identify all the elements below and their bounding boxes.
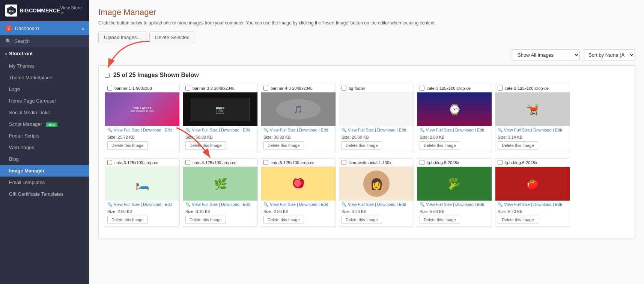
magnify-icon-10: 🔍: [342, 202, 347, 207]
show-all-images-select[interactable]: Show All Images Show Uploaded Images Sho…: [512, 49, 580, 61]
images-grid: 25 of 25 Images Shown Below banner-1-1-9…: [98, 65, 635, 239]
image-8-edit[interactable]: Edit: [243, 202, 250, 207]
image-9-edit[interactable]: Edit: [321, 202, 328, 207]
image-3-view-full[interactable]: View Full Size: [270, 128, 296, 132]
image-4-edit[interactable]: Edit: [399, 128, 406, 132]
image-card-6-header: cate-2-125x100-crop-ce: [495, 84, 570, 92]
image-11-delete-button[interactable]: Delete this Image: [420, 216, 460, 224]
image-5-edit[interactable]: Edit: [477, 128, 484, 132]
image-6-edit[interactable]: Edit: [555, 128, 562, 132]
select-all-checkbox[interactable]: [105, 73, 110, 78]
sidebar-item-theme-marketplace[interactable]: Theme Marketplace: [0, 72, 89, 83]
image-10-download[interactable]: Download: [377, 202, 396, 207]
sidebar-item-logo[interactable]: Logo: [0, 83, 89, 95]
image-6-view-full[interactable]: View Full Size: [504, 128, 530, 132]
magnify-icon-12: 🔍: [498, 202, 503, 207]
sidebar-item-social-media-links[interactable]: Social Media Links: [0, 107, 89, 118]
image-7-download[interactable]: Download: [143, 202, 161, 207]
search-row[interactable]: 🔍 Search: [0, 35, 89, 47]
image-8-download[interactable]: Download: [221, 202, 239, 207]
image-1-actions: 🔍 View Full Size | Download | Edit: [105, 126, 179, 134]
image-9-view-full[interactable]: View Full Size: [270, 202, 296, 207]
image-1-download[interactable]: Download: [143, 128, 161, 132]
image-11-view-full[interactable]: View Full Size: [426, 202, 452, 207]
image-5-download[interactable]: Download: [455, 128, 474, 132]
image-8-delete-button[interactable]: Delete this Image: [185, 216, 226, 224]
image-card-1-header: banner-1-1-900x380: [105, 84, 179, 92]
upload-images-button[interactable]: Upload Images...: [98, 32, 146, 43]
image-11-checkbox[interactable]: [420, 160, 424, 165]
image-card-11: lg-b-blog-5-2048x 🥦 🔍 View Full Size | D…: [417, 158, 492, 227]
sidebar-item-home-page-carousel[interactable]: Home Page Carousel: [0, 95, 89, 107]
image-10-delete-button[interactable]: Delete this Image: [342, 216, 382, 224]
sidebar-item-script-manager[interactable]: Script Manager NEW: [0, 118, 89, 130]
image-8-view-full[interactable]: View Full Size: [192, 202, 218, 207]
image-3-checkbox[interactable]: [263, 86, 268, 91]
image-4-view-full[interactable]: View Full Size: [348, 128, 374, 132]
image-3-delete-button[interactable]: Delete this Image: [263, 141, 304, 150]
image-3-download[interactable]: Download: [299, 128, 317, 132]
image-6-checkbox[interactable]: [498, 86, 503, 91]
sidebar-item-email-templates[interactable]: Email Templates: [0, 177, 89, 188]
image-7-delete-button[interactable]: Delete this Image: [107, 216, 148, 224]
image-9-delete-button[interactable]: Delete this Image: [263, 216, 304, 224]
image-5-view-full[interactable]: View Full Size: [426, 128, 452, 132]
image-8-checkbox[interactable]: [185, 160, 190, 165]
images-count-label: 25 of 25 Images Shown Below: [113, 72, 199, 79]
magnify-icon-4: 🔍: [342, 128, 347, 132]
image-7-size: Size: 2.50 KB: [105, 208, 179, 215]
view-store-link[interactable]: View Store ↗: [60, 5, 84, 16]
image-4-checkbox[interactable]: [342, 86, 346, 91]
image-11-edit[interactable]: Edit: [477, 202, 484, 207]
image-5-checkbox[interactable]: [420, 86, 424, 91]
image-6-delete-button[interactable]: Delete this Image: [498, 141, 538, 150]
storefront-chevron-icon: ‹: [5, 51, 7, 56]
sidebar-item-image-manager[interactable]: Image Manager: [0, 165, 89, 177]
image-2-edit[interactable]: Edit: [243, 128, 250, 132]
image-12-edit[interactable]: Edit: [555, 202, 562, 207]
image-12-view-full[interactable]: View Full Size: [504, 202, 530, 207]
image-card-2-header: banner-3-2-2048x2048: [183, 84, 257, 92]
image-card-6: cate-2-125x100-crop-ce 🫕 🔍 View Full Siz…: [495, 84, 570, 152]
image-7-checkbox[interactable]: [107, 160, 112, 165]
sidebar-item-blog[interactable]: Blog: [0, 153, 89, 165]
image-10-checkbox[interactable]: [342, 160, 346, 165]
image-1-checkbox[interactable]: [107, 86, 112, 91]
image-1-edit[interactable]: Edit: [165, 128, 172, 132]
image-7-view-full[interactable]: View Full Size: [114, 202, 140, 207]
image-9-checkbox[interactable]: [263, 160, 268, 165]
image-2-delete-button[interactable]: Delete this Image: [185, 141, 226, 150]
magnify-icon-3: 🔍: [263, 128, 269, 132]
image-3-edit[interactable]: Edit: [321, 128, 328, 132]
image-1-view-full[interactable]: View Full Size: [114, 128, 140, 132]
sidebar-item-web-pages[interactable]: Web Pages: [0, 142, 89, 153]
image-12-checkbox[interactable]: [498, 160, 503, 165]
image-9-size: Size: 2.80 KB: [261, 208, 336, 215]
image-6-download[interactable]: Download: [533, 128, 552, 132]
image-12-delete-button[interactable]: Delete this Image: [498, 216, 538, 224]
image-12-download[interactable]: Download: [533, 202, 552, 207]
image-9-thumb: 🪀: [261, 167, 336, 201]
image-4-download[interactable]: Download: [377, 128, 396, 132]
sidebar-nav: My Themes Theme Marketplace Logo Home Pa…: [0, 60, 89, 200]
image-4-delete-button[interactable]: Delete this Image: [342, 141, 382, 150]
image-10-view-full[interactable]: View Full Size: [348, 202, 374, 207]
image-5-delete-button[interactable]: Delete this Image: [420, 141, 460, 150]
image-2-download[interactable]: Download: [221, 128, 239, 132]
sidebar-item-my-themes[interactable]: My Themes: [0, 60, 89, 72]
delete-selected-button[interactable]: Delete Selected: [149, 32, 195, 43]
storefront-section-header[interactable]: ‹ Storefront: [0, 47, 89, 60]
image-9-download[interactable]: Download: [299, 202, 317, 207]
image-1-delete-button[interactable]: Delete this Image: [107, 141, 148, 150]
image-10-size: Size: 4.20 KB: [339, 208, 414, 215]
dashboard-row[interactable]: 2 Dashboard «: [0, 21, 89, 35]
sort-select[interactable]: Sort by Name (A: [583, 49, 635, 61]
sidebar-item-footer-scripts[interactable]: Footer Scripts: [0, 130, 89, 142]
image-2-view-full[interactable]: View Full Size: [192, 128, 218, 132]
image-11-download[interactable]: Download: [455, 202, 474, 207]
sidebar-item-gift-certificate-templates[interactable]: Gift Certificate Templates: [0, 188, 89, 200]
image-10-edit[interactable]: Edit: [399, 202, 406, 207]
image-2-checkbox[interactable]: [185, 86, 190, 91]
image-card-1: banner-1-1-900x380 THE LATEST And Greate…: [105, 84, 180, 152]
image-7-edit[interactable]: Edit: [165, 202, 172, 207]
